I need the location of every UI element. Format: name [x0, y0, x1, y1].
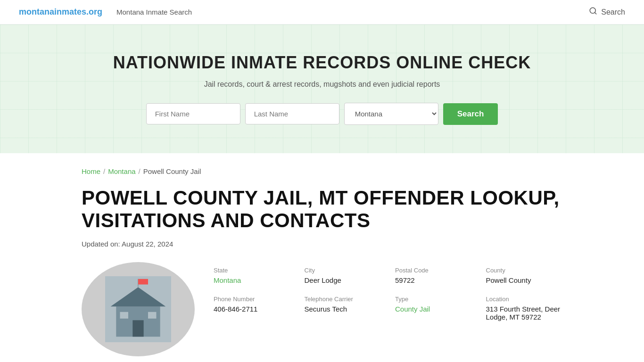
- phone-cell: Phone Number 406-846-2711: [214, 296, 290, 321]
- county-value: Powell County: [486, 276, 563, 284]
- first-name-input[interactable]: [146, 103, 240, 124]
- state-label: State: [214, 267, 290, 274]
- type-cell: Type County Jail: [395, 296, 472, 321]
- search-label: Search: [601, 8, 625, 16]
- postal-label: Postal Code: [395, 267, 472, 274]
- search-icon: [589, 7, 597, 17]
- postal-value: 59722: [395, 276, 472, 284]
- location-cell: Location 313 Fourth Street, Deer Lodge, …: [486, 296, 563, 321]
- nav-text: Montana Inmate Search: [116, 8, 192, 16]
- breadcrumb-sep-2: /: [139, 167, 140, 175]
- facility-image: [82, 262, 195, 356]
- search-form: Montana Alabama Alaska Arizona Arkansas …: [9, 103, 635, 125]
- search-button[interactable]: Search: [443, 103, 498, 125]
- info-grid: State Montana City Deer Lodge Postal Cod…: [214, 262, 562, 321]
- location-label: Location: [486, 296, 563, 303]
- updated-date: Updated on: August 22, 2024: [82, 240, 562, 248]
- header-left: montanainmates.org Montana Inmate Search: [19, 7, 192, 17]
- type-label: Type: [395, 296, 472, 303]
- hero-title: NATIONWIDE INMATE RECORDS ONLINE CHECK: [9, 53, 635, 73]
- location-value: 313 Fourth Street, Deer Lodge, MT 59722: [486, 305, 563, 321]
- svg-rect-8: [120, 312, 129, 318]
- hero-banner: NATIONWIDE INMATE RECORDS ONLINE CHECK J…: [0, 25, 644, 153]
- svg-line-1: [595, 12, 596, 14]
- county-cell: County Powell County: [486, 267, 563, 284]
- breadcrumb-sep-1: /: [103, 167, 105, 175]
- main-content: Home / Montana / Powell County Jail POWE…: [63, 153, 581, 362]
- svg-rect-6: [138, 279, 148, 284]
- phone-label: Phone Number: [214, 296, 290, 303]
- county-label: County: [486, 267, 563, 274]
- city-cell: City Deer Lodge: [305, 267, 381, 284]
- carrier-label: Telephone Carrier: [305, 296, 381, 303]
- state-value[interactable]: Montana: [214, 276, 290, 284]
- hero-subtitle: Jail records, court & arrest records, mu…: [9, 80, 635, 89]
- state-cell: State Montana: [214, 267, 290, 284]
- type-value[interactable]: County Jail: [395, 305, 472, 313]
- last-name-input[interactable]: [245, 103, 339, 124]
- info-section: State Montana City Deer Lodge Postal Cod…: [82, 262, 562, 356]
- state-select[interactable]: Montana Alabama Alaska Arizona Arkansas …: [344, 103, 438, 125]
- breadcrumb: Home / Montana / Powell County Jail: [82, 167, 562, 175]
- postal-cell: Postal Code 59722: [395, 267, 472, 284]
- breadcrumb-home[interactable]: Home: [82, 167, 100, 175]
- site-logo[interactable]: montanainmates.org: [19, 7, 102, 17]
- header: montanainmates.org Montana Inmate Search…: [0, 0, 644, 25]
- city-label: City: [305, 267, 381, 274]
- phone-value: 406-846-2711: [214, 305, 290, 313]
- carrier-cell: Telephone Carrier Securus Tech: [305, 296, 381, 321]
- page-title: POWELL COUNTY JAIL, MT OFFENDER LOOKUP, …: [82, 187, 562, 232]
- header-search-button[interactable]: Search: [589, 7, 625, 17]
- svg-rect-9: [148, 312, 157, 318]
- breadcrumb-current: Powell County Jail: [143, 167, 201, 175]
- city-value: Deer Lodge: [305, 276, 381, 284]
- carrier-value: Securus Tech: [305, 305, 381, 313]
- svg-rect-7: [132, 320, 143, 337]
- breadcrumb-state[interactable]: Montana: [108, 167, 135, 175]
